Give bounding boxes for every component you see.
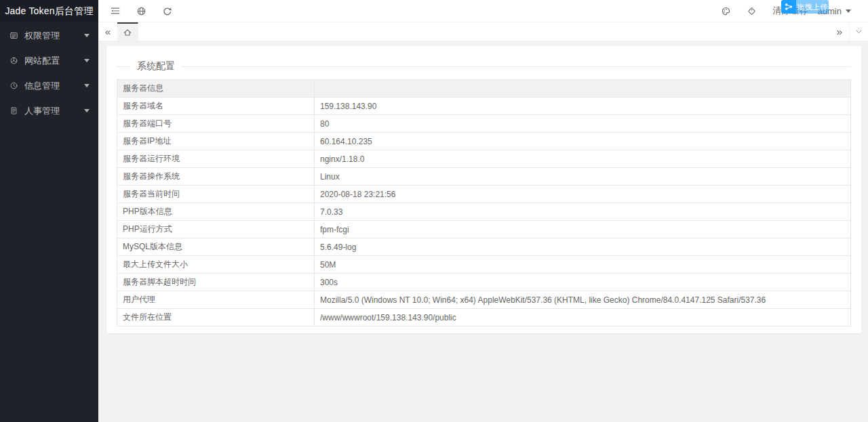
globe-button[interactable] (128, 0, 154, 22)
website-icon (9, 56, 18, 65)
config-table-body: 服务器信息 服务器域名 159.138.143.90 服务器端口号 80 服务器… (117, 80, 851, 326)
chevron-down-icon (84, 34, 90, 37)
clock-icon (9, 81, 18, 90)
table-row: 用户代理 Mozilla/5.0 (Windows NT 10.0; Win64… (117, 291, 851, 309)
drag-upload-label: 拖拽上传 (796, 0, 829, 14)
sidebar: Jade Token后台管理 权限管理 网站配置 信息管理 (0, 0, 98, 422)
palette-icon (721, 6, 731, 16)
refresh-icon (162, 6, 172, 16)
table-section-row: 服务器信息 (117, 80, 851, 98)
main-area: 清除缓存 admin 拖拽上传 « (98, 0, 868, 422)
table-row: 服务器运行环境 nginx/1.18.0 (117, 150, 851, 168)
server-info-table: 服务器信息 服务器域名 159.138.143.90 服务器端口号 80 服务器… (117, 79, 851, 326)
config-label: 服务器当前时间 (117, 186, 315, 203)
config-label: 服务器IP地址 (117, 133, 315, 150)
menu-fold-icon (110, 5, 121, 16)
config-value: 80 (315, 115, 851, 133)
chevron-down-icon (854, 27, 863, 36)
config-value: 159.138.143.90 (315, 98, 851, 115)
tabs-menu-button[interactable] (849, 22, 868, 41)
tab-bar: « » (98, 22, 868, 41)
config-value: 5.6.49-log (315, 238, 851, 256)
page-title: 系统配置 (130, 60, 182, 72)
config-value: Linux (315, 168, 851, 186)
table-row: 服务器域名 159.138.143.90 (117, 98, 851, 115)
sidebar-item-site-config[interactable]: 网站配置 (0, 48, 98, 73)
app-title: Jade Token后台管理 (0, 0, 98, 22)
config-value: 300s (315, 274, 851, 291)
drag-upload-widget[interactable]: 拖拽上传 (781, 0, 829, 14)
table-row: 服务器IP地址 60.164.10.235 (117, 133, 851, 150)
globe-icon (136, 6, 146, 16)
top-toolbar: 清除缓存 admin 拖拽上传 (98, 0, 868, 22)
table-row: PHP运行方式 fpm-fcgi (117, 221, 851, 238)
field-legend: 系统配置 (117, 60, 851, 73)
legend-line-left (117, 66, 130, 67)
refresh-button[interactable] (154, 0, 180, 22)
table-row: 文件所在位置 /www/wwwroot/159.138.143.90/publi… (117, 309, 851, 326)
table-row: 服务器端口号 80 (117, 115, 851, 133)
config-label: PHP运行方式 (117, 221, 315, 238)
table-row: 服务器脚本超时时间 300s (117, 274, 851, 291)
config-value: 7.0.33 (315, 203, 851, 221)
config-value: /www/wwwroot/159.138.143.90/public (315, 309, 851, 326)
share-nodes-icon (781, 0, 796, 14)
theme-button[interactable] (713, 0, 739, 22)
config-label: 服务器脚本超时时间 (117, 274, 315, 291)
menu-fold-button[interactable] (102, 0, 128, 22)
tabs-scroll-right-button[interactable]: » (830, 22, 849, 41)
sidebar-menu: 权限管理 网站配置 信息管理 人事管理 (0, 22, 98, 123)
config-label: PHP版本信息 (117, 203, 315, 221)
sidebar-item-info[interactable]: 信息管理 (0, 73, 98, 98)
config-value: Mozilla/5.0 (Windows NT 10.0; Win64; x64… (315, 291, 851, 309)
sidebar-item-label: 权限管理 (24, 30, 60, 42)
content-area: 系统配置 服务器信息 服务器域名 159.138.143.90 服务器端口号 (98, 41, 868, 422)
legend-line-right (182, 66, 851, 67)
sidebar-item-label: 人事管理 (24, 105, 60, 117)
config-label: 用户代理 (117, 291, 315, 309)
config-value: fpm-fcgi (315, 221, 851, 238)
tag-icon (747, 6, 757, 16)
table-row: PHP版本信息 7.0.33 (117, 203, 851, 221)
config-label: MySQL版本信息 (117, 238, 315, 256)
config-label: 服务器运行环境 (117, 150, 315, 168)
table-row: MySQL版本信息 5.6.49-log (117, 238, 851, 256)
config-value: nginx/1.18.0 (315, 150, 851, 168)
chevron-down-icon (84, 59, 90, 62)
tabs-scroll-left-button[interactable]: « (98, 22, 117, 41)
table-section-header-spacer (315, 80, 851, 98)
sidebar-item-label: 信息管理 (24, 80, 60, 92)
config-value: 50M (315, 256, 851, 274)
sidebar-item-permissions[interactable]: 权限管理 (0, 23, 98, 48)
table-row: 最大上传文件大小 50M (117, 256, 851, 274)
config-label: 最大上传文件大小 (117, 256, 315, 274)
document-icon (9, 106, 18, 115)
home-icon (123, 28, 132, 37)
table-section-header: 服务器信息 (117, 80, 315, 98)
config-value: 2020-08-18 23:21:56 (315, 186, 851, 203)
sidebar-item-label: 网站配置 (24, 55, 60, 67)
config-label: 文件所在位置 (117, 309, 315, 326)
console-icon (9, 31, 18, 40)
chevron-down-icon (84, 109, 90, 112)
config-label: 服务器操作系统 (117, 168, 315, 186)
sidebar-item-hr[interactable]: 人事管理 (0, 98, 98, 123)
config-label: 服务器域名 (117, 98, 315, 115)
table-row: 服务器当前时间 2020-08-18 23:21:56 (117, 186, 851, 203)
table-row: 服务器操作系统 Linux (117, 168, 851, 186)
config-label: 服务器端口号 (117, 115, 315, 133)
tab-home[interactable] (117, 22, 138, 41)
tag-button[interactable] (739, 0, 765, 22)
system-config-card: 系统配置 服务器信息 服务器域名 159.138.143.90 服务器端口号 (106, 46, 861, 333)
chevron-down-icon (84, 84, 90, 87)
chevron-down-icon (846, 9, 851, 13)
config-value: 60.164.10.235 (315, 133, 851, 150)
tab-strip-spacer (138, 22, 830, 41)
